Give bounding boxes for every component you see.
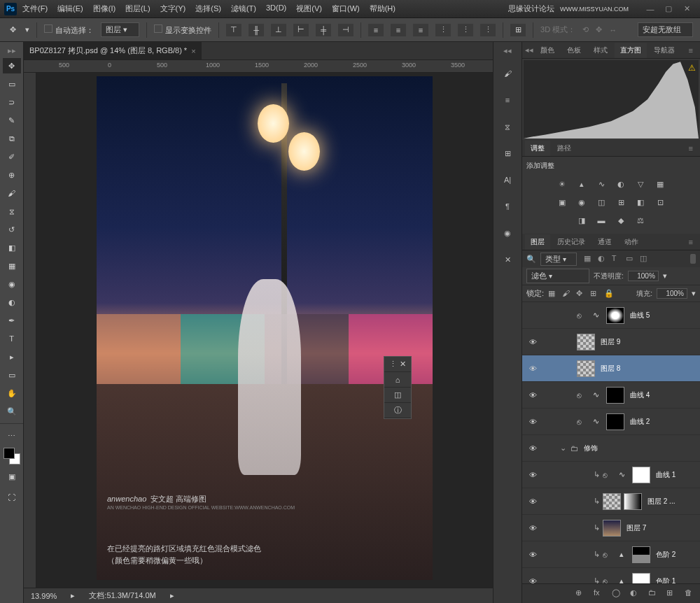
libraries-icon[interactable]: ◉ [499,225,516,241]
tab-history[interactable]: 历史记录 [552,234,591,250]
zoom-level[interactable]: 13.99% [31,592,57,600]
menu-select[interactable]: 选择(S) [195,3,221,14]
properties-icon[interactable]: ⊞ [499,145,516,162]
adjustment-thumb[interactable]: ∿ [588,415,603,429]
stamp-tool[interactable]: ⧖ [3,204,21,219]
bw-icon[interactable]: ▣ [555,196,569,208]
posterize-icon[interactable]: ⊡ [653,196,667,208]
distribute-3-icon[interactable]: ≡ [413,24,428,36]
layer-mask-thumb[interactable] [606,387,624,404]
tab-layers[interactable]: 图层 [525,234,550,250]
crop-tool[interactable]: ⧉ [3,131,21,146]
tab-adjustments[interactable]: 调整 [525,141,550,156]
add-mask-icon[interactable]: ◯ [612,588,623,600]
layer-name[interactable]: 曲线 2 [630,417,650,427]
filter-pixel-icon[interactable]: ▦ [584,254,595,264]
layer-name[interactable]: 色阶 2 [656,550,676,560]
invert-icon[interactable]: ◧ [634,196,648,208]
align-hcenter-icon[interactable]: ╪ [316,24,331,36]
layer-mask-thumb[interactable] [606,307,624,324]
filter-toggle[interactable] [690,254,696,264]
panel-menu-icon[interactable]: ≡ [685,238,697,246]
visibility-toggle[interactable]: 👁 [525,577,540,584]
menu-layer[interactable]: 图层(L) [125,3,150,14]
canvas[interactable]: anwenchao 安文超 高端修图 AN WENCHAO HIGH-END D… [36,73,493,588]
tab-swatches[interactable]: 色板 [561,43,587,58]
layer-name[interactable]: 修饰 [584,444,598,453]
menu-type[interactable]: 文字(Y) [160,3,186,14]
exposure-icon[interactable]: ◐ [614,178,628,190]
link-layers-icon[interactable]: ⊕ [575,588,587,600]
visibility-toggle[interactable]: 👁 [525,391,540,399]
menu-image[interactable]: 图像(I) [93,3,115,14]
status-menu-icon[interactable]: ▸ [170,591,174,600]
distribute-2-icon[interactable]: ≡ [391,24,406,36]
layer-row[interactable]: 👁⎋∿曲线 4 [522,382,700,409]
quick-select-tool[interactable]: ✎ [3,113,21,128]
new-group-icon[interactable]: 🗀 [648,588,659,600]
opacity-value[interactable]: 100% [628,271,659,281]
lock-move-icon[interactable]: ✥ [576,289,586,299]
fill-dropdown-icon[interactable]: ▾ [692,289,696,298]
distribute-4-icon[interactable]: ⋮ [435,24,451,36]
path-select-tool[interactable]: ▸ [3,349,21,364]
close-tab-icon[interactable]: × [191,47,195,55]
3d-axis-widget[interactable]: ⋮ ✕ ⌂ ◫ ⓘ [384,356,412,419]
blend-mode-select[interactable]: 滤色 ▾ [526,269,589,283]
group-arrow-icon[interactable]: ⌄ [560,444,566,453]
hand-tool[interactable]: ✋ [3,385,21,401]
paragraph-icon[interactable]: ¶ [499,198,516,215]
3d-group-select[interactable]: 安超无敌组 [638,22,693,37]
tool-preset-dropdown[interactable]: ▾ [25,25,29,34]
layer-mask-thumb[interactable] [632,546,650,563]
visibility-toggle[interactable]: 👁 [525,364,540,373]
blur-tool[interactable]: ◉ [3,276,21,292]
tab-channels[interactable]: 通道 [592,234,617,250]
collapse-tools-icon[interactable]: ▸▸ [0,45,23,57]
brightness-icon[interactable]: ☀ [555,178,569,190]
channel-mixer-icon[interactable]: ◫ [594,196,608,208]
chevron-icon[interactable]: ▸ [71,591,75,600]
layer-mask-thumb[interactable] [632,467,650,483]
color-lookup-icon[interactable]: ⊞ [614,196,628,208]
layer-row[interactable]: 👁↳图层 7 [522,515,700,541]
tab-navigator[interactable]: 导航器 [648,43,680,58]
layer-name[interactable]: 图层 2 ... [648,497,675,506]
visibility-toggle[interactable]: 👁 [525,471,540,479]
menu-window[interactable]: 窗口(W) [332,3,360,14]
layer-row[interactable]: 👁图层 8 [522,355,700,382]
layer-thumb[interactable] [603,493,621,510]
foreground-color[interactable] [4,448,15,459]
visibility-toggle[interactable]: 👁 [525,524,540,532]
visibility-toggle[interactable]: 👁 [525,444,540,453]
rectangle-tool[interactable]: ▭ [3,367,21,383]
levels-icon[interactable]: ▴ [575,178,589,190]
layer-row[interactable]: 👁↳图层 2 ... [522,488,700,515]
curves-icon[interactable]: ∿ [594,178,608,190]
screen-mode-icon[interactable]: ⛶ [3,490,21,505]
zoom-tool[interactable]: 🔍 [3,404,21,419]
layer-mask-thumb[interactable] [632,573,650,584]
visibility-toggle[interactable]: 👁 [525,418,540,426]
tool-presets-icon[interactable]: ✕ [499,251,516,268]
3d-slide-icon[interactable]: ↔ [609,26,617,34]
3d-orbit-icon[interactable]: ⟲ [582,25,589,34]
menu-edit[interactable]: 编辑(E) [57,3,83,14]
auto-select-checkbox[interactable]: 自动选择： [44,24,94,36]
menu-view[interactable]: 视图(V) [296,3,322,14]
gradient-tool[interactable]: ▦ [3,258,21,274]
widget-info-icon[interactable]: ⓘ [384,403,411,418]
filter-kind-select[interactable]: 类型 ▾ [540,253,577,266]
document-tab[interactable]: BP0Z8127 拷贝.psd @ 14% (图层 8, RGB/8) * × [24,42,202,59]
history-brush-tool[interactable]: ↺ [3,222,21,237]
tab-styles[interactable]: 样式 [588,43,613,58]
align-left-icon[interactable]: ⊢ [293,24,309,36]
auto-align-icon[interactable]: ⊞ [510,24,526,36]
eyedropper-tool[interactable]: ✐ [3,149,21,164]
layer-name[interactable]: 图层 9 [601,337,620,347]
brush-tool[interactable]: 🖌 [3,185,21,201]
edit-toolbar-icon[interactable]: ⋯ [3,428,21,444]
maximize-button[interactable]: ▢ [659,3,678,15]
layer-name[interactable]: 色阶 1 [656,576,676,584]
layer-mask-thumb[interactable] [606,413,624,430]
